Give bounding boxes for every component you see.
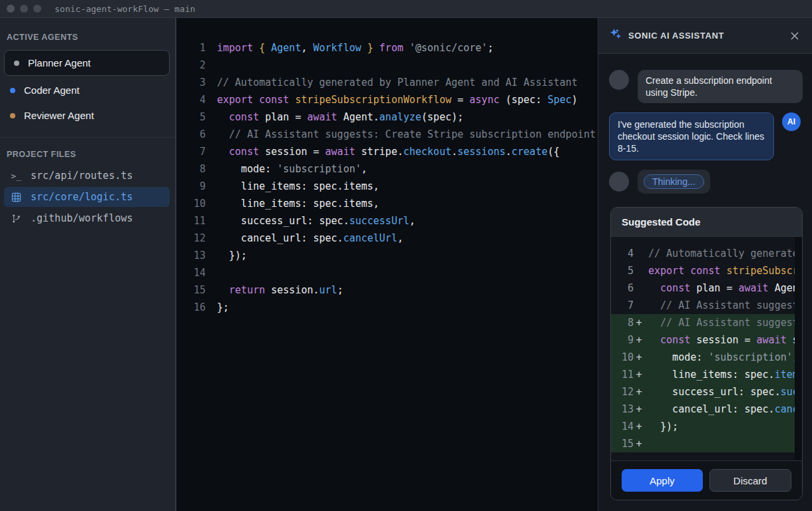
line-content: });	[206, 247, 247, 264]
diff-line-number: 6	[611, 279, 634, 297]
diff-line-number: 14	[611, 418, 634, 435]
chat-area: Create a subscription endpoint using Str…	[598, 54, 812, 194]
sparkles-icon	[609, 28, 622, 43]
suggested-code-title: Suggested Code	[611, 208, 802, 237]
suggested-code-diff: 4// Automatically generated by Planner A…	[611, 237, 802, 460]
code-line[interactable]: 11 success_url: spec.successUrl,	[178, 212, 598, 230]
file-item[interactable]: src/core/logic.ts	[4, 187, 170, 207]
ai-avatar: AI	[782, 112, 801, 131]
diff-plus-marker	[634, 279, 644, 297]
thinking-bubble: Thinking...	[638, 170, 710, 194]
diff-line-content: });	[644, 418, 678, 435]
line-number: 9	[178, 178, 206, 195]
code-line[interactable]: 4export const stripeSubscriptionWorkflow…	[178, 91, 598, 108]
diff-context-line: 5export const stripeSubscriptionWorkflow…	[611, 262, 795, 279]
line-content: return session.url;	[206, 281, 343, 299]
diff-line-number: 4	[611, 245, 634, 262]
window-title: sonic-agent-workFlow — main	[55, 4, 195, 14]
files-list: >_src/api/routes.tssrc/core/logic.ts.git…	[0, 166, 175, 228]
line-content: cancel_url: spec.cancelUrl,	[206, 230, 403, 247]
apply-button[interactable]: Apply	[622, 469, 703, 492]
window-controls	[0, 5, 41, 13]
diff-line-content	[644, 435, 648, 452]
close-icon[interactable]	[788, 29, 801, 43]
diff-plus-marker	[634, 262, 644, 279]
diff-line-number: 10	[611, 349, 634, 366]
line-content: line_items: spec.items,	[206, 195, 379, 212]
line-content: line_items: spec.items,	[206, 178, 379, 195]
code-line[interactable]: 8 mode: 'subscription',	[178, 160, 598, 178]
diff-plus-marker: +	[634, 383, 644, 401]
line-content	[206, 57, 217, 74]
code-line[interactable]: 12 cancel_url: spec.cancelUrl,	[178, 230, 598, 247]
code-line[interactable]: 15 return session.url;	[178, 281, 598, 299]
diff-line-content: cancel_url: spec.cancelUrl,	[644, 401, 795, 418]
active-agents-header: ACTIVE AGENTS	[0, 33, 175, 42]
code-line[interactable]: 9 line_items: spec.items,	[178, 178, 598, 195]
thinking-avatar	[609, 172, 629, 192]
file-item[interactable]: >_src/api/routes.ts	[4, 166, 170, 186]
discard-button[interactable]: Discard	[710, 469, 792, 492]
code-line[interactable]: 16};	[178, 299, 598, 316]
diff-line-number: 7	[611, 297, 634, 314]
agent-status-dot	[10, 88, 15, 93]
line-content: export const stripeSubscriptionWorkflow …	[206, 91, 578, 108]
file-name: src/core/logic.ts	[31, 191, 133, 203]
line-content: success_url: spec.successUrl,	[206, 212, 415, 230]
line-number: 12	[178, 230, 206, 247]
line-number: 10	[178, 195, 206, 212]
diff-added-line: 15+	[611, 435, 795, 452]
window-control-minimize[interactable]	[20, 5, 28, 13]
line-number: 7	[178, 143, 206, 160]
line-content: import { Agent, Workflow } from '@sonic/…	[206, 39, 493, 57]
code-line[interactable]: 5 const plan = await Agent.analyze(spec)…	[178, 108, 598, 126]
git-branch-icon	[9, 214, 23, 224]
agent-item[interactable]: Planner Agent	[4, 50, 170, 76]
diff-context-line: 6 const plan = await Agent.analyze(spec)…	[611, 279, 795, 297]
code-line[interactable]: 2	[178, 57, 598, 74]
diff-line-content: mode: 'subscription',	[644, 349, 795, 366]
agent-item[interactable]: Coder Agent	[0, 79, 175, 101]
code-line[interactable]: 10 line_items: spec.items,	[178, 195, 598, 212]
diff-plus-marker: +	[634, 418, 644, 435]
diff-line-content: const plan = await Agent.analyze(spec);	[644, 279, 795, 297]
title-bar: sonic-agent-workFlow — main	[0, 0, 812, 18]
diff-line-content: line_items: spec.items,	[644, 366, 795, 383]
diff-context-line: 7 // AI Assistant suggests: Create Strip…	[611, 297, 795, 314]
diff-line-number: 12	[611, 383, 634, 401]
code-line[interactable]: 7 const session = await stripe.checkout.…	[178, 143, 598, 160]
code-editor[interactable]: 1import { Agent, Workflow } from '@sonic…	[178, 18, 598, 511]
diff-plus-marker: +	[634, 331, 644, 349]
diff-line-content: // Automatically generated by Planner Ag…	[644, 245, 795, 262]
agent-name: Coder Agent	[24, 85, 79, 96]
line-number: 13	[178, 247, 206, 264]
file-name: .github/workflows	[31, 212, 133, 224]
code-line[interactable]: 6 // AI Assistant suggests: Create Strip…	[178, 126, 598, 143]
code-line[interactable]: 1import { Agent, Workflow } from '@sonic…	[178, 39, 598, 57]
assistant-title: SONIC AI ASSISTANT	[628, 31, 781, 41]
terminal-icon: >_	[9, 171, 23, 181]
diff-line-content: success_url: spec.successUrl,	[644, 383, 795, 401]
project-files-header: PROJECT FILES	[0, 150, 175, 159]
assistant-message-bubble: I've generated the subscription checkout…	[609, 112, 774, 160]
line-number: 16	[178, 299, 206, 316]
window-control-close[interactable]	[7, 5, 15, 13]
code-line[interactable]: 3// Automatically generated by Planner A…	[178, 74, 598, 91]
agent-item[interactable]: Reviewer Agent	[0, 104, 175, 126]
code-line[interactable]: 14	[178, 264, 598, 281]
line-number: 15	[178, 281, 206, 299]
code-line[interactable]: 13 });	[178, 247, 598, 264]
window-control-maximize[interactable]	[33, 5, 41, 13]
agent-name: Reviewer Agent	[24, 110, 94, 121]
scrollbar-track[interactable]	[795, 237, 802, 460]
file-item[interactable]: .github/workflows	[4, 208, 170, 228]
diff-line-number: 9	[611, 331, 634, 349]
suggested-code-actions: Apply Discard	[611, 460, 802, 500]
user-avatar	[609, 70, 629, 90]
line-content	[206, 264, 217, 281]
suggested-code-card: Suggested Code 4// Automatically generat…	[610, 207, 803, 500]
diff-plus-marker: +	[634, 401, 644, 418]
diff-added-line: 11+ line_items: spec.items,	[611, 366, 795, 383]
line-number: 4	[178, 91, 206, 108]
line-number: 1	[178, 39, 206, 57]
